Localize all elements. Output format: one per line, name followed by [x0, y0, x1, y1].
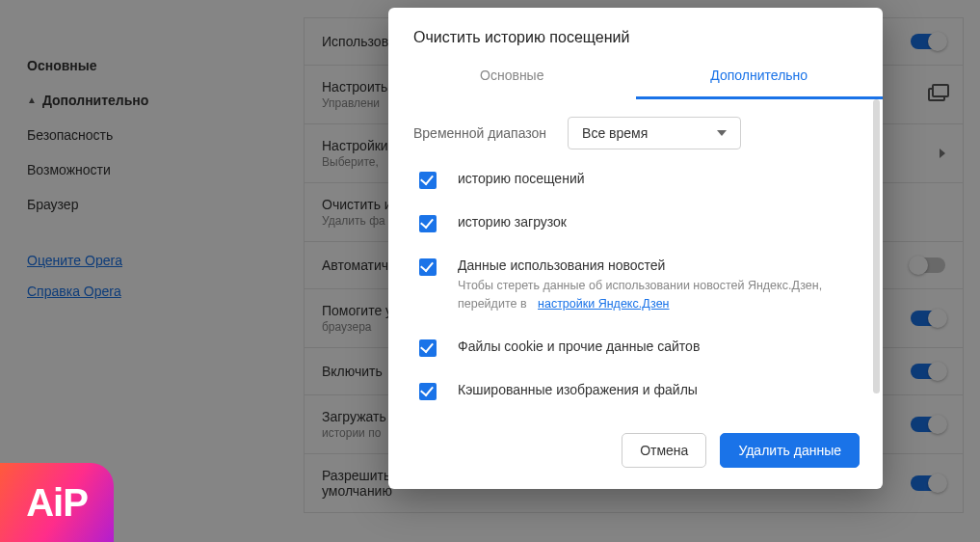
- checkbox-checked-icon[interactable]: [419, 258, 437, 276]
- dialog-body: Временной диапазон Все время историю пос…: [388, 99, 883, 418]
- checkbox-checked-icon[interactable]: [419, 215, 437, 232]
- chevron-down-icon: [717, 130, 727, 136]
- tab-basic[interactable]: Основные: [388, 56, 636, 99]
- option-label: Кэшированные изображения и файлы: [458, 382, 698, 397]
- dialog-footer: Отмена Удалить данные: [388, 418, 883, 489]
- time-range-row: Временной диапазон Все время: [413, 117, 858, 149]
- option-label: Данные использования новостей: [458, 257, 858, 273]
- dialog-tabs: Основные Дополнительно: [388, 56, 883, 99]
- option-label: Файлы cookie и прочие данные сайтов: [458, 339, 700, 354]
- scrollbar[interactable]: [873, 99, 880, 393]
- aip-logo-badge: AiP: [0, 463, 114, 542]
- time-range-select[interactable]: Все время: [568, 117, 741, 149]
- delete-data-button[interactable]: Удалить данные: [720, 433, 860, 468]
- option-label: историю загрузок: [458, 214, 567, 230]
- clear-option-cache[interactable]: Кэшированные изображения и файлы: [419, 382, 858, 400]
- option-label: историю посещений: [458, 171, 585, 186]
- tab-advanced[interactable]: Дополнительно: [636, 56, 884, 99]
- zen-settings-link[interactable]: настройки Яндекс.Дзен: [538, 297, 669, 311]
- clear-option-news-usage[interactable]: Данные использования новостей Чтобы стер…: [419, 257, 858, 313]
- clear-option-cookies[interactable]: Файлы cookie и прочие данные сайтов: [419, 339, 858, 357]
- time-range-value: Все время: [582, 125, 648, 141]
- cancel-button[interactable]: Отмена: [622, 433, 706, 468]
- dialog-title: Очистить историю посещений: [388, 8, 883, 56]
- checkbox-checked-icon[interactable]: [419, 172, 437, 189]
- checkbox-checked-icon[interactable]: [419, 339, 437, 357]
- checkbox-checked-icon[interactable]: [419, 383, 437, 400]
- clear-option-browsing-history[interactable]: историю посещений: [419, 171, 858, 189]
- time-range-label: Временной диапазон: [413, 125, 546, 141]
- clear-option-download-history[interactable]: историю загрузок: [419, 214, 858, 232]
- clear-history-dialog: Очистить историю посещений Основные Допо…: [388, 8, 883, 489]
